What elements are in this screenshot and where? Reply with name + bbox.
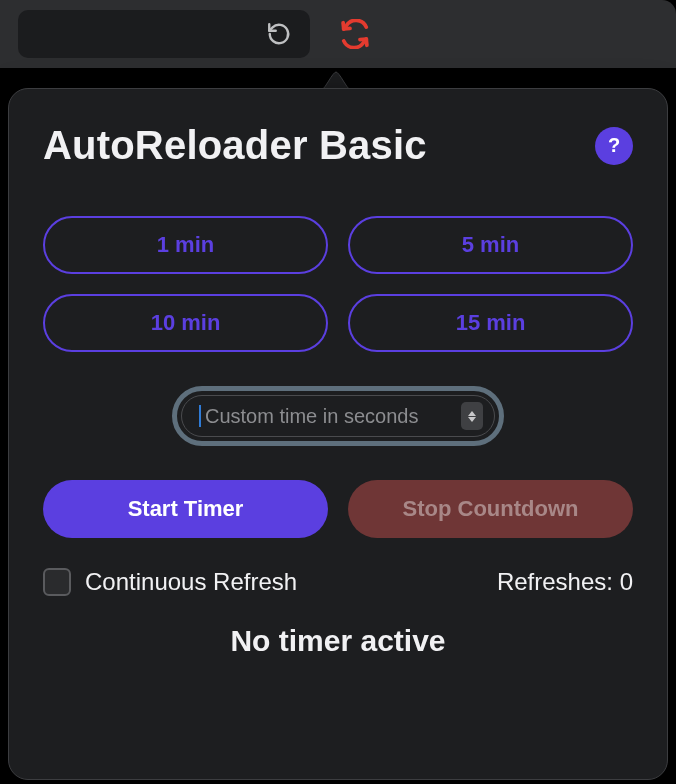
- button-label: Stop Countdown: [403, 496, 579, 521]
- browser-toolbar: [0, 0, 676, 70]
- start-timer-button[interactable]: Start Timer: [43, 480, 328, 538]
- preset-label: 5 min: [462, 232, 519, 258]
- preset-label: 10 min: [151, 310, 221, 336]
- continuous-refresh-label: Continuous Refresh: [85, 568, 297, 596]
- preset-label: 15 min: [456, 310, 526, 336]
- help-icon: ?: [608, 134, 620, 157]
- preset-label: 1 min: [157, 232, 214, 258]
- stop-countdown-button[interactable]: Stop Countdown: [348, 480, 633, 538]
- preset-5min-button[interactable]: 5 min: [348, 216, 633, 274]
- help-button[interactable]: ?: [595, 127, 633, 165]
- preset-1min-button[interactable]: 1 min: [43, 216, 328, 274]
- refresh-label-prefix: Refreshes:: [497, 568, 620, 595]
- action-row: Start Timer Stop Countdown: [43, 480, 633, 538]
- continuous-refresh-toggle[interactable]: Continuous Refresh: [43, 568, 297, 596]
- chevron-down-icon: [468, 417, 476, 422]
- extension-popup: AutoReloader Basic ? 1 min 5 min 10 min …: [8, 88, 668, 780]
- preset-10min-button[interactable]: 10 min: [43, 294, 328, 352]
- status-row: Continuous Refresh Refreshes: 0: [43, 568, 633, 596]
- refresh-count-value: 0: [620, 568, 633, 595]
- custom-time-row: [43, 386, 633, 446]
- number-stepper[interactable]: [461, 402, 483, 430]
- preset-grid: 1 min 5 min 10 min 15 min: [43, 216, 633, 352]
- preset-15min-button[interactable]: 15 min: [348, 294, 633, 352]
- custom-time-input[interactable]: [203, 404, 460, 429]
- popup-header: AutoReloader Basic ?: [43, 123, 633, 168]
- refresh-counter: Refreshes: 0: [497, 568, 633, 596]
- reload-icon[interactable]: [266, 21, 292, 47]
- text-caret: [199, 405, 201, 427]
- timer-status: No timer active: [43, 624, 633, 658]
- chevron-up-icon: [468, 411, 476, 416]
- extension-refresh-icon[interactable]: [340, 19, 370, 49]
- checkbox-icon: [43, 568, 71, 596]
- popup-title: AutoReloader Basic: [43, 123, 427, 168]
- address-bar-stub: [18, 10, 310, 58]
- custom-time-field-wrap: [172, 386, 504, 446]
- button-label: Start Timer: [128, 496, 244, 521]
